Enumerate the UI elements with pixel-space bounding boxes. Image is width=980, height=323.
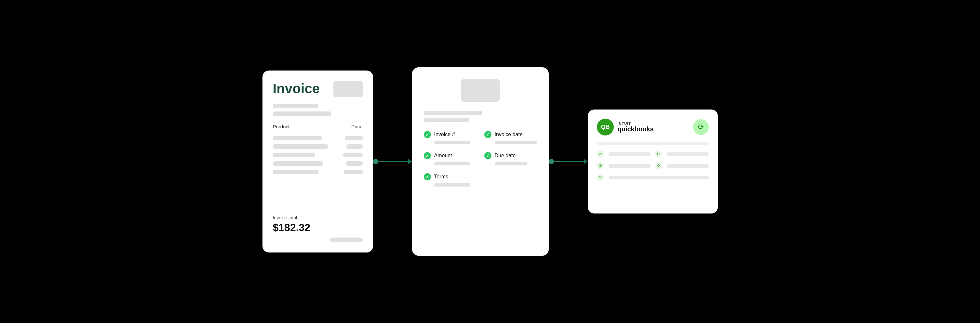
skeleton-line (273, 161, 323, 166)
skeleton-line (345, 136, 363, 140)
mapping-item-row: Amount (424, 152, 474, 159)
mapping-label-amount: Amount (434, 153, 452, 158)
skeleton-line (346, 161, 363, 166)
qb-row: ⟳ ⟳ (597, 150, 709, 158)
table-row (273, 136, 363, 140)
product-label: Product (273, 124, 290, 129)
skeleton-line (273, 136, 322, 140)
qb-row-skeleton (609, 152, 651, 156)
invoice-total-section: Invoice total $182.32 (273, 215, 363, 242)
qb-quickbooks-label: quickbooks (618, 125, 654, 133)
qb-row: ⟳ ⟳ (597, 162, 709, 169)
connector-dot-left (373, 159, 378, 164)
quickbooks-card: QB INTUIT quickbooks ⟳ ⟳ ⟳ ⟳ ⟳ (588, 109, 718, 214)
check-icon (424, 173, 431, 180)
mapping-skeleton (434, 162, 470, 165)
connector-line (554, 161, 584, 162)
mapping-col-right: Invoice date Due date (484, 131, 537, 194)
skeleton-line (273, 111, 331, 116)
price-label: Price (351, 124, 362, 129)
qb-rows: ⟳ ⟳ ⟳ ⟳ ⟳ (597, 150, 709, 181)
svg-text:QB: QB (601, 124, 609, 130)
invoice-logo-placeholder (333, 81, 363, 97)
qb-text: INTUIT quickbooks (618, 122, 654, 133)
table-row (273, 169, 363, 174)
invoice-total-value: $182.32 (273, 222, 363, 234)
mapping-top (424, 79, 537, 102)
qb-intuit-label: INTUIT (618, 122, 654, 125)
mapping-label-invoice-number: Invoice # (434, 131, 455, 138)
mapping-meta-skeletons (424, 111, 537, 122)
qb-sync-button[interactable]: ⟳ (693, 119, 709, 135)
skeleton-line (273, 169, 318, 174)
main-container: Invoice Product Price (262, 67, 718, 256)
mapping-col-left: Invoice # Amount Terms (424, 131, 474, 194)
mapping-item-row: Invoice date (484, 131, 537, 138)
qb-row-skeleton (667, 164, 709, 168)
mapping-item-due-date: Due date (484, 152, 537, 165)
qb-logo-svg: QB (600, 122, 611, 132)
mapping-label-terms: Terms (434, 174, 449, 180)
mapping-card: Invoice # Amount Terms (412, 67, 549, 256)
skeleton-line (424, 118, 469, 122)
skeleton-line (273, 144, 328, 149)
qb-sync-icon-small: ⟳ (655, 150, 662, 158)
table-row (273, 161, 363, 166)
mapping-fields: Invoice # Amount Terms (424, 131, 537, 194)
invoice-card: Invoice Product Price (262, 71, 373, 252)
skeleton-line (343, 153, 363, 157)
skeleton-line (344, 169, 363, 174)
qb-sync-icon-small: ⟳ (597, 162, 604, 169)
qb-sync-icon-small: ⟳ (597, 174, 604, 181)
skeleton-line (273, 104, 318, 108)
mapping-label-invoice-date: Invoice date (495, 131, 523, 138)
qb-row: ⟳ (597, 174, 709, 181)
invoice-header: Invoice (273, 81, 363, 97)
connector-line (378, 161, 408, 162)
mapping-skeleton (434, 183, 470, 187)
mapping-item-terms: Terms (424, 173, 474, 187)
check-icon (424, 152, 431, 159)
mapping-item-row: Due date (484, 152, 537, 159)
mapping-item-amount: Amount (424, 152, 474, 165)
invoice-meta (273, 104, 363, 116)
qb-brand: QB INTUIT quickbooks (597, 119, 654, 136)
qb-logo: QB (597, 119, 614, 136)
connector-1 (373, 159, 412, 164)
mapping-skeleton (495, 162, 527, 165)
skeleton-line (347, 144, 363, 149)
skeleton-line (330, 238, 363, 242)
skeleton-line (273, 153, 315, 157)
mapping-item-row: Terms (424, 173, 474, 180)
qb-skeleton-full (597, 142, 709, 145)
invoice-total-label: Invoice total (273, 215, 363, 220)
table-row (273, 153, 363, 157)
mapping-skeleton (495, 141, 537, 144)
mapping-label-due-date: Due date (495, 153, 516, 158)
mapping-item-row: Invoice # (424, 131, 474, 138)
table-row (273, 144, 363, 149)
skeleton-line (424, 111, 482, 115)
invoice-table-header: Product Price (273, 124, 363, 132)
invoice-title: Invoice (273, 81, 320, 97)
connector-arrow (584, 159, 588, 164)
mapping-skeleton (434, 141, 470, 144)
check-icon (424, 131, 431, 138)
qb-header: QB INTUIT quickbooks ⟳ (597, 119, 709, 136)
qb-sync-icon-small: ⟳ (597, 150, 604, 158)
qb-row-skeleton (667, 152, 709, 156)
mapping-logo-placeholder (461, 79, 500, 102)
invoice-total-skeleton (273, 238, 363, 242)
qb-row-skeleton (609, 176, 709, 179)
invoice-rows (273, 136, 363, 174)
mapping-item-invoice-number: Invoice # (424, 131, 474, 144)
check-icon (484, 131, 492, 138)
qb-row-skeleton (609, 164, 651, 168)
connector-2 (549, 159, 588, 164)
connector-arrow (408, 159, 412, 164)
check-icon (484, 152, 492, 159)
mapping-item-invoice-date: Invoice date (484, 131, 537, 144)
qb-sync-icon-small: ⟳ (655, 162, 662, 169)
connector-dot-left (549, 159, 554, 164)
